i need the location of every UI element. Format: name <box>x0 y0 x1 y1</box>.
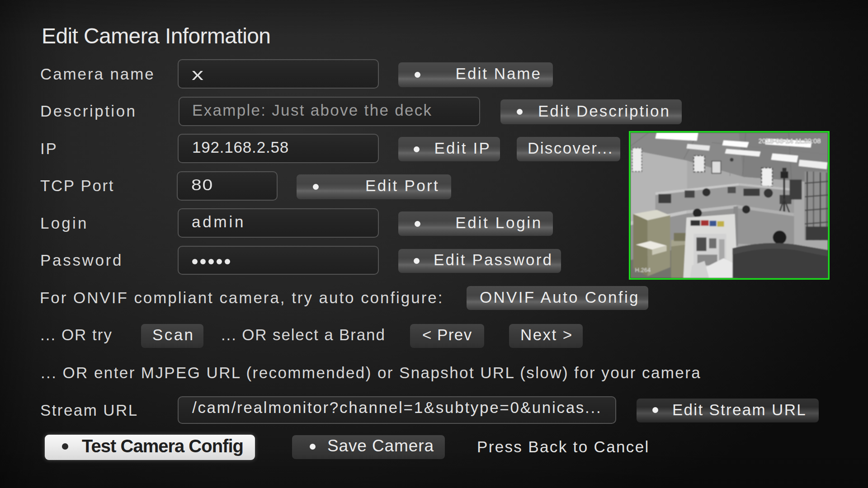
svg-text:2018-03-14 11:20:08: 2018-03-14 11:20:08 <box>759 137 821 145</box>
svg-text:H.264: H.264 <box>635 267 651 273</box>
